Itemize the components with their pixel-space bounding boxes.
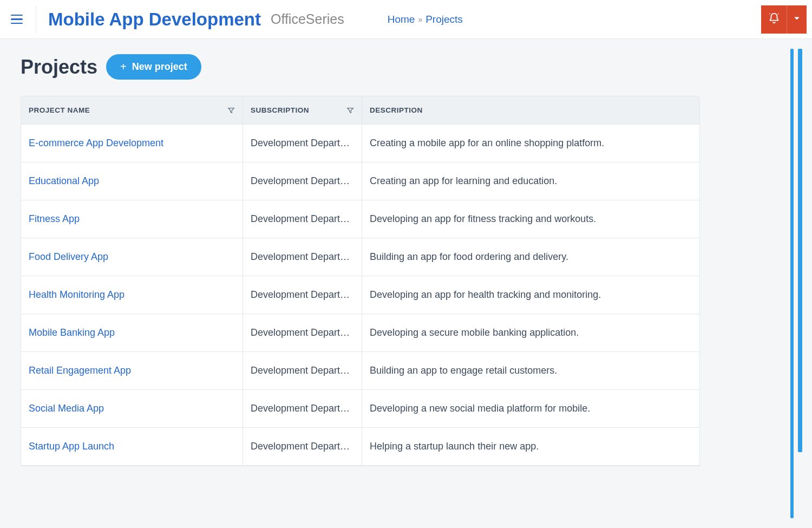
table-row: Educational AppDevelopment Depart…Creati… bbox=[21, 162, 699, 200]
cell-subscription: Development Depart… bbox=[243, 276, 362, 314]
cell-project-name: Startup App Launch bbox=[21, 428, 243, 465]
content-area: Projects + New project PROJECT NAME SUBS… bbox=[0, 39, 812, 528]
cell-subscription: Development Depart… bbox=[243, 125, 362, 162]
bell-icon bbox=[768, 12, 780, 26]
breadcrumb-current[interactable]: Projects bbox=[425, 14, 463, 25]
filter-icon[interactable] bbox=[346, 107, 354, 114]
breadcrumb-home[interactable]: Home bbox=[388, 14, 415, 25]
cell-project-name: Educational App bbox=[21, 162, 243, 200]
project-link[interactable]: Health Monitoring App bbox=[29, 289, 125, 300]
cell-project-name: Social Media App bbox=[21, 390, 243, 427]
hamburger-menu-icon[interactable] bbox=[11, 12, 26, 27]
cell-subscription: Development Depart… bbox=[243, 352, 362, 389]
breadcrumb-separator: » bbox=[418, 15, 422, 24]
cell-description: Developing a new social media platform f… bbox=[362, 390, 699, 427]
page-header: Projects + New project bbox=[21, 54, 791, 80]
table-row: Startup App LaunchDevelopment Depart…Hel… bbox=[21, 428, 699, 466]
project-link[interactable]: Educational App bbox=[29, 175, 99, 186]
cell-subscription: Development Depart… bbox=[243, 162, 362, 200]
project-link[interactable]: Startup App Launch bbox=[29, 441, 114, 452]
project-link[interactable]: Mobile Banking App bbox=[29, 327, 115, 338]
cell-description: Creating a mobile app for an online shop… bbox=[362, 125, 699, 162]
breadcrumb: Home » Projects bbox=[388, 14, 463, 25]
table-row: Food Delivery AppDevelopment Depart…Buil… bbox=[21, 238, 699, 276]
filter-icon[interactable] bbox=[227, 107, 235, 114]
cell-project-name: Health Monitoring App bbox=[21, 276, 243, 314]
notifications-button[interactable] bbox=[761, 5, 787, 34]
table-row: Social Media AppDevelopment Depart…Devel… bbox=[21, 390, 699, 428]
cell-project-name: Food Delivery App bbox=[21, 238, 243, 276]
project-link[interactable]: Social Media App bbox=[29, 403, 104, 414]
cell-subscription: Development Depart… bbox=[243, 314, 362, 351]
cell-subscription: Development Depart… bbox=[243, 238, 362, 276]
topbar: Mobile App Development OfficeSeries Home… bbox=[0, 0, 812, 39]
column-header-description-label: DESCRIPTION bbox=[370, 106, 423, 114]
cell-subscription: Development Depart… bbox=[243, 200, 362, 238]
project-link[interactable]: Fitness App bbox=[29, 213, 80, 224]
column-header-name-label: PROJECT NAME bbox=[29, 106, 90, 114]
new-project-button-label: New project bbox=[132, 61, 187, 73]
cell-project-name: Mobile Banking App bbox=[21, 314, 243, 351]
project-link[interactable]: Food Delivery App bbox=[29, 251, 108, 262]
table-header: PROJECT NAME SUBSCRIPTION DESCRIPTION bbox=[21, 96, 699, 125]
project-link[interactable]: Retail Engagement App bbox=[29, 365, 131, 376]
cell-description: Developing a secure mobile banking appli… bbox=[362, 314, 699, 351]
cell-project-name: E-commerce App Development bbox=[21, 125, 243, 162]
column-header-subscription-label: SUBSCRIPTION bbox=[251, 106, 309, 114]
column-header-description[interactable]: DESCRIPTION bbox=[362, 96, 699, 124]
plus-icon: + bbox=[120, 61, 127, 73]
column-header-name[interactable]: PROJECT NAME bbox=[21, 96, 243, 124]
cell-description: Building an app for food ordering and de… bbox=[362, 238, 699, 276]
table-row: Retail Engagement AppDevelopment Depart…… bbox=[21, 352, 699, 390]
table-body: E-commerce App DevelopmentDevelopment De… bbox=[21, 125, 699, 466]
table-row: Mobile Banking AppDevelopment Depart…Dev… bbox=[21, 314, 699, 352]
app-subtitle: OfficeSeries bbox=[271, 11, 344, 27]
page-title: Projects bbox=[21, 56, 97, 79]
notifications-dropdown-button[interactable] bbox=[787, 5, 807, 34]
column-header-subscription[interactable]: SUBSCRIPTION bbox=[243, 96, 362, 124]
cell-project-name: Retail Engagement App bbox=[21, 352, 243, 389]
scrollbar-track[interactable] bbox=[790, 49, 794, 518]
table-row: Health Monitoring AppDevelopment Depart…… bbox=[21, 276, 699, 314]
scrollbar-thumb[interactable] bbox=[798, 49, 802, 452]
caret-down-icon bbox=[794, 15, 800, 23]
alert-button-group bbox=[761, 5, 807, 34]
cell-description: Developing an app for health tracking an… bbox=[362, 276, 699, 314]
cell-description: Helping a startup launch their new app. bbox=[362, 428, 699, 465]
table-row: E-commerce App DevelopmentDevelopment De… bbox=[21, 125, 699, 162]
cell-description: Creating an app for learning and educati… bbox=[362, 162, 699, 200]
cell-description: Building an app to engage retail custome… bbox=[362, 352, 699, 389]
new-project-button[interactable]: + New project bbox=[106, 54, 201, 80]
cell-description: Developing an app for fitness tracking a… bbox=[362, 200, 699, 238]
cell-project-name: Fitness App bbox=[21, 200, 243, 238]
cell-subscription: Development Depart… bbox=[243, 390, 362, 427]
cell-subscription: Development Depart… bbox=[243, 428, 362, 465]
divider bbox=[36, 6, 36, 33]
table-row: Fitness AppDevelopment Depart…Developing… bbox=[21, 200, 699, 238]
project-link[interactable]: E-commerce App Development bbox=[29, 138, 163, 148]
projects-table: PROJECT NAME SUBSCRIPTION DESCRIPTION E-… bbox=[21, 96, 700, 466]
app-title[interactable]: Mobile App Development bbox=[48, 9, 261, 30]
